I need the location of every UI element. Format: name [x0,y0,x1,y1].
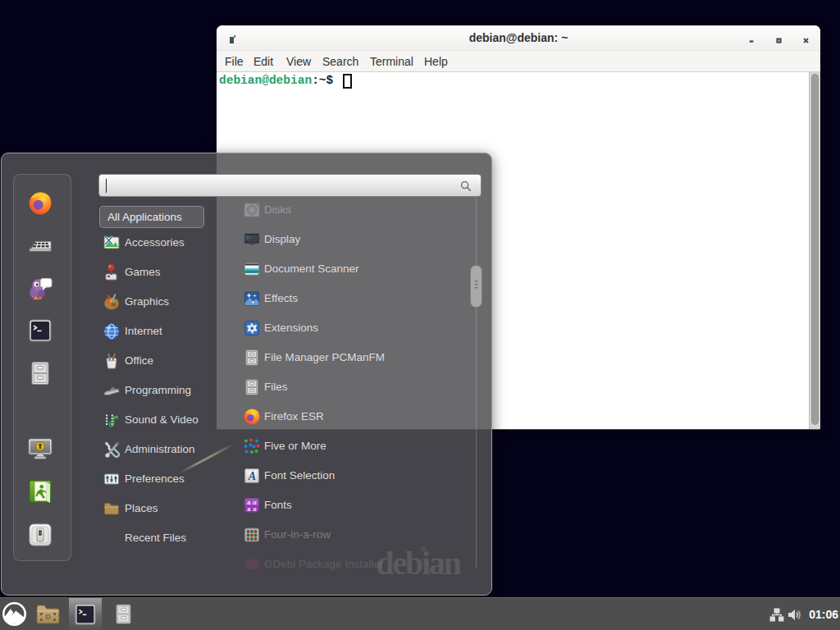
svg-text:D: D [45,613,50,621]
svg-text:A: A [248,470,256,482]
svg-text:a: a [253,505,257,513]
